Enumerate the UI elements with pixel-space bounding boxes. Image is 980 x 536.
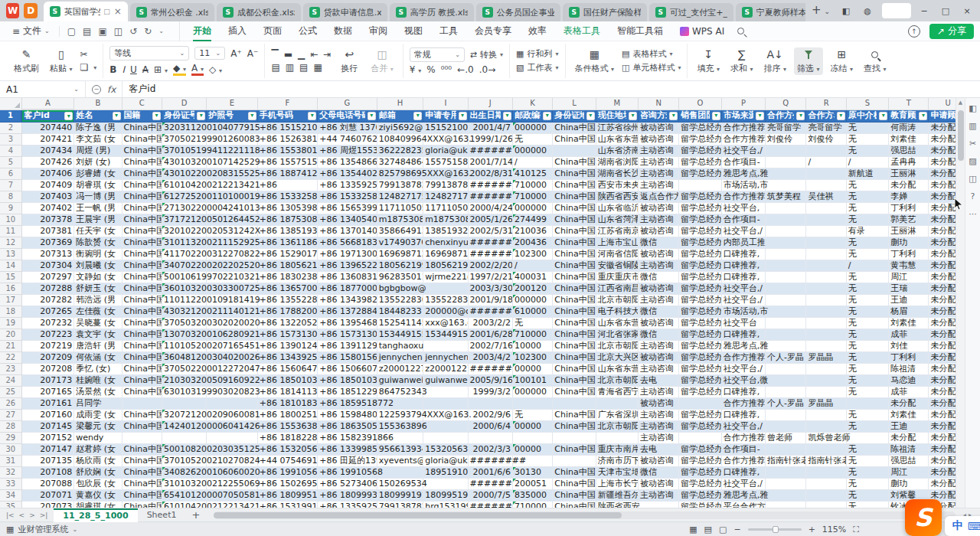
filter-dropdown-button[interactable]: ▾ <box>64 112 73 120</box>
cell[interactable]: 广东省深圳 <box>596 409 638 420</box>
cell[interactable] <box>468 432 512 443</box>
cell[interactable] <box>806 328 846 340</box>
row-header-16[interactable]: 16 <box>0 283 21 294</box>
cell[interactable]: 155751588 <box>423 156 468 168</box>
cell[interactable]: 合作方推荐 <box>721 397 765 409</box>
cell[interactable]: 271302200004241013 <box>162 202 206 214</box>
cell[interactable]: 合作项目- <box>721 214 765 225</box>
filter-header-cell[interactable]: 原中介机▾ <box>846 109 888 122</box>
cell[interactable]: 丁利利 <box>889 248 929 260</box>
row-header-13[interactable]: 13 <box>0 248 21 260</box>
cell[interactable]: 电子科技大 <box>596 306 638 317</box>
panel-scissors-icon[interactable]: ✂ <box>969 139 976 148</box>
cell[interactable]: 180562199 <box>377 260 423 271</box>
cell[interactable]: 丁利利 <box>889 202 929 214</box>
document-tab[interactable]: S国任财产保险样本 <box>563 3 647 21</box>
horizontal-scrollbar[interactable] <box>214 511 956 519</box>
cell[interactable]: China中国 <box>122 340 162 351</box>
cell[interactable]: China中国 <box>122 294 162 306</box>
cell[interactable]: 被动咨询 <box>639 202 679 214</box>
cell[interactable]: 湖南省浏阳 <box>596 156 638 168</box>
cell[interactable] <box>423 478 468 489</box>
cell[interactable]: 吴晓蔓 (女 <box>74 317 122 328</box>
cell[interactable]: 市场活动,市 <box>721 179 765 191</box>
cell[interactable]: 2001/6/28 <box>468 328 512 340</box>
cell[interactable]: +86 1395468251 <box>318 317 377 328</box>
cell[interactable]: 指南针张老 <box>806 455 846 466</box>
italic-button[interactable]: I <box>122 64 125 75</box>
freeze-button[interactable]: ⊞ 冻结 ▾ <box>828 47 857 75</box>
cell[interactable] <box>423 340 468 351</box>
cell[interactable]: China中国 <box>122 133 162 145</box>
cell[interactable]: 赵君婷 (女 <box>74 443 122 455</box>
cell[interactable]: 654101200007050581 <box>162 489 206 501</box>
cell[interactable]: 社交平台,/ <box>721 145 765 156</box>
cell[interactable]: China中国 <box>122 374 162 386</box>
filter-header-cell[interactable]: 市场来源▾ <box>721 109 765 122</box>
cell[interactable]: 320721200209060081 <box>162 409 206 420</box>
cell[interactable]: China中国 <box>122 409 162 420</box>
document-tab[interactable]: S高学历 教授.xlsx <box>390 3 474 21</box>
cell[interactable]: China中国 <box>553 443 596 455</box>
cell[interactable]: 124827175 <box>377 191 423 202</box>
cell[interactable]: 合作方推荐 <box>721 122 765 133</box>
cell[interactable]: 王迪 <box>889 420 929 432</box>
user-avatar[interactable] <box>882 3 911 18</box>
cell[interactable]: +86 18101832 <box>257 397 318 409</box>
cell[interactable]: 王丽淋 <box>889 168 929 179</box>
cell[interactable]: +86 15332585 <box>257 191 318 202</box>
cell[interactable]: 2000/6/4 <box>468 420 512 432</box>
cell[interactable]: +86 13439252 <box>257 351 318 363</box>
cell[interactable]: 未分配 <box>889 432 929 443</box>
cell[interactable]: 江西省南昌 <box>596 283 638 294</box>
cell[interactable]: 社交平台,/ <box>721 363 765 374</box>
cell[interactable]: 000000 <box>512 386 552 397</box>
cell[interactable]: 108409964XXX@163. <box>377 133 423 145</box>
cell[interactable]: 雅思考点,雅 <box>721 340 765 351</box>
column-header-C[interactable]: C <box>122 98 162 109</box>
row-header-7[interactable]: 7 <box>0 179 21 191</box>
column-header-S[interactable]: S <box>846 98 888 109</box>
cell[interactable]: 151521001 <box>423 122 468 133</box>
row-header-24[interactable]: 24 <box>0 374 21 386</box>
document-tab[interactable]: S英国留学生□× <box>44 2 128 21</box>
cell[interactable]: 180999191 <box>377 489 423 501</box>
menu-item[interactable]: 效率 <box>520 21 555 41</box>
cell[interactable]: 郭美艺 <box>889 214 929 225</box>
column-header-P[interactable]: P <box>721 98 765 109</box>
filter-header-cell[interactable]: 合作方名▾ <box>806 109 846 122</box>
cell[interactable]: 亮哥留学 <box>806 122 846 133</box>
cell[interactable]: 无 <box>846 478 888 489</box>
cell[interactable] <box>679 179 721 191</box>
cell[interactable]: China中国 <box>553 202 596 214</box>
cell[interactable]: ######## <box>468 145 512 156</box>
cell[interactable]: 济南市历下 <box>596 455 638 466</box>
close-window-button[interactable]: × <box>959 4 975 18</box>
filter-header-cell[interactable]: 护照号▾ <box>207 109 257 122</box>
cell[interactable]: 无 <box>846 202 888 214</box>
menu-item[interactable]: 数据 <box>325 21 361 41</box>
cell[interactable]: 2001/6/6 <box>468 466 512 478</box>
cell[interactable] <box>806 271 846 283</box>
cell[interactable]: 杨欣雨 (女 <box>74 455 122 466</box>
cell[interactable]: 陈子逸 (男 <box>74 122 122 133</box>
cell[interactable]: China中国 <box>553 237 596 248</box>
cell[interactable]: 亮哥留学 <box>766 122 806 133</box>
filter-dropdown-button[interactable]: ▾ <box>712 112 720 120</box>
cell[interactable]: 成雨雯 (女 <box>74 409 122 420</box>
cell[interactable]: 117110505 <box>423 202 468 214</box>
column-header-O[interactable]: O <box>679 98 721 109</box>
menu-item[interactable]: 公式 <box>290 21 325 41</box>
filter-dropdown-button[interactable]: ▾ <box>308 112 316 120</box>
cell[interactable]: 王瑞 <box>889 283 929 294</box>
cell[interactable]: +86 13220522 <box>257 317 318 328</box>
cell[interactable]: 被动咨询 <box>639 283 679 294</box>
cell[interactable]: 留学总经办 <box>679 420 721 432</box>
filter-dropdown-button[interactable]: ▾ <box>197 112 205 120</box>
cell[interactable]: 无 <box>846 214 888 225</box>
cell[interactable]: 留学总经办 <box>679 351 721 363</box>
cell[interactable]: 32010220020531242X <box>162 225 206 237</box>
cell[interactable]: China中国 <box>553 340 596 351</box>
cell[interactable]: 社交平台 <box>721 317 765 328</box>
cell[interactable] <box>806 306 846 317</box>
